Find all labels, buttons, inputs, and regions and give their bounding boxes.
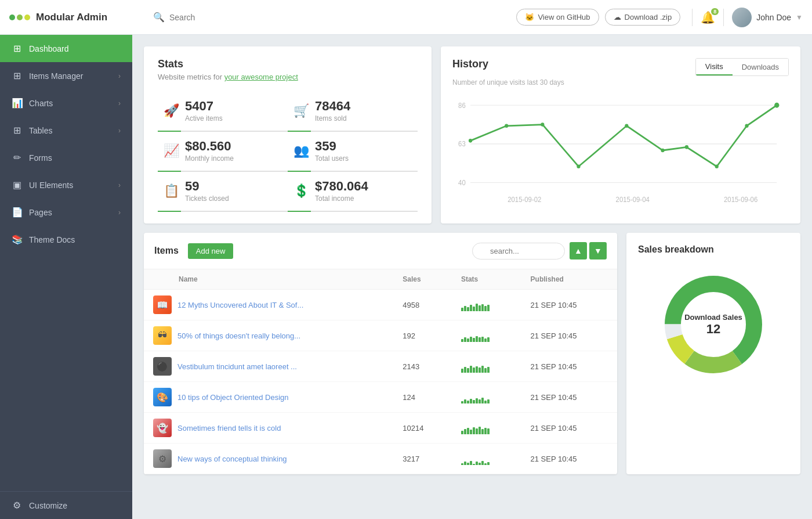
sidebar-item-theme-docs[interactable]: 📚 Theme Docs — [0, 226, 132, 253]
sort-buttons: ▲ ▼ — [570, 242, 607, 260]
table-head: Name Sales Stats Published — [144, 269, 617, 290]
mini-bar — [461, 401, 463, 403]
mini-bar — [478, 305, 481, 311]
total-users-label: Total users — [315, 154, 349, 163]
mini-bar — [467, 338, 469, 342]
ui-elements-icon: ▣ — [12, 179, 22, 190]
sort-down-button[interactable]: ▼ — [589, 242, 607, 260]
tab-downloads[interactable]: Downloads — [733, 59, 788, 75]
sidebar-item-dashboard[interactable]: ⊞ Dashboard — [0, 35, 132, 62]
sidebar-label-ui-elements: UI Elements — [29, 181, 111, 190]
item-link[interactable]: 12 Myths Uncovered About IT & Sof... — [177, 301, 303, 309]
cell-name: ⚫ Vestibulum tincidunt amet laoreet ... — [144, 351, 393, 382]
cell-published: 21 SEP 10:45 — [521, 444, 617, 474]
chart-area: 86 63 40 — [452, 92, 789, 208]
sidebar-label-pages: Pages — [29, 208, 111, 217]
mini-bar — [481, 461, 484, 465]
items-sold-label: Items sold — [315, 114, 350, 122]
sidebar-item-charts[interactable]: 📊 Charts › — [0, 89, 132, 117]
total-income-label: Total income — [315, 194, 368, 203]
mini-bar — [473, 338, 475, 342]
mini-bar — [476, 398, 478, 403]
mini-bar — [478, 463, 481, 465]
items-manager-icon: ⊞ — [12, 70, 22, 81]
mini-bar — [461, 339, 463, 342]
github-button[interactable]: 🐱 View on GitHub — [516, 9, 599, 26]
cell-published: 21 SEP 10:45 — [521, 290, 617, 320]
top-row: Stats Website metrics for your awesome p… — [144, 46, 800, 224]
sidebar-item-ui-elements[interactable]: ▣ UI Elements › — [0, 171, 132, 199]
svg-point-7 — [505, 124, 508, 128]
download-icon: ☁ — [614, 13, 621, 21]
items-header: Items Add new ▲ ▼ — [144, 233, 617, 269]
item-link[interactable]: 50% of things doesn't really belong... — [177, 331, 300, 340]
sidebar-item-items-manager[interactable]: ⊞ Items Manager › — [0, 62, 132, 89]
cell-sales: 192 — [393, 320, 452, 351]
stat-active-items: 🚀 5407 Active items — [158, 92, 288, 132]
sidebar-item-tables[interactable]: ⊞ Tables › — [0, 117, 132, 144]
cell-published: 21 SEP 10:45 — [521, 413, 617, 444]
stats-subtitle-link[interactable]: your awesome project — [224, 73, 298, 81]
cell-stats — [452, 351, 521, 382]
sidebar-label-customize: Customize — [29, 501, 121, 510]
sidebar-label-forms: Forms — [29, 153, 121, 163]
svg-text:2015-09-06: 2015-09-06 — [724, 196, 758, 204]
cell-name: 🎨 10 tips of Object Oriented Design — [144, 382, 393, 413]
user-area[interactable]: John Doe ▼ — [732, 8, 803, 27]
item-thumbnail: ⚙ — [153, 449, 172, 468]
svg-point-15 — [774, 103, 779, 108]
col-stats: Stats — [452, 269, 521, 290]
theme-docs-icon: 📚 — [12, 234, 22, 245]
sidebar-bottom: ⚙ Customize — [0, 491, 132, 519]
sidebar: ⊞ Dashboard ⊞ Items Manager › 📊 Charts ›… — [0, 35, 132, 519]
add-new-button[interactable]: Add new — [188, 243, 234, 259]
items-card: Items Add new ▲ ▼ — [144, 233, 617, 474]
sidebar-label-dashboard: Dashboard — [29, 44, 121, 53]
svg-point-6 — [469, 139, 472, 143]
mini-bar — [481, 366, 484, 373]
svg-text:2015-09-04: 2015-09-04 — [616, 196, 650, 204]
sidebar-item-forms[interactable]: ✏ Forms — [0, 144, 132, 171]
table-row: 👻 Sometimes friend tells it is cold 1021… — [144, 413, 617, 444]
tickets-closed-label: Tickets closed — [185, 194, 229, 203]
item-link[interactable]: Sometimes friend tells it is cold — [177, 424, 281, 432]
stat-total-users: 👥 359 Total users — [288, 132, 418, 172]
sidebar-item-customize[interactable]: ⚙ Customize — [0, 491, 132, 519]
cell-stats — [452, 320, 521, 351]
sales-breakdown-title: Sales breakdown — [638, 244, 789, 255]
mini-bars — [461, 452, 512, 465]
download-button[interactable]: ☁ Download .zip — [605, 9, 681, 26]
mini-bar — [487, 399, 490, 403]
divider — [692, 9, 693, 26]
cell-sales: 10214 — [393, 413, 452, 444]
nav-right: 🔔 8 John Doe ▼ — [692, 8, 803, 27]
svg-point-14 — [745, 124, 748, 128]
rocket-icon: 🚀 — [164, 103, 179, 118]
mini-bar — [473, 464, 475, 465]
history-subtitle: Number of unique visits last 30 days — [452, 78, 789, 86]
stat-tickets-closed: 📋 59 Tickets closed — [158, 172, 288, 212]
table-header-row: Name Sales Stats Published — [144, 269, 617, 290]
mini-bar — [461, 308, 463, 311]
cell-name: 📖 12 Myths Uncovered About IT & Sof... — [144, 290, 393, 320]
item-link[interactable]: New ways of conceptual thinking — [177, 455, 287, 463]
users-icon: 👥 — [293, 143, 309, 158]
mini-bar — [484, 338, 487, 342]
bell-area[interactable]: 🔔 8 — [701, 10, 715, 24]
mini-bar — [476, 462, 478, 465]
col-name: Name — [144, 269, 393, 290]
tab-visits[interactable]: Visits — [696, 59, 733, 75]
search-input[interactable] — [169, 13, 285, 22]
mini-bar — [464, 429, 466, 434]
sort-up-button[interactable]: ▲ — [570, 242, 587, 260]
sidebar-item-pages[interactable]: 📄 Pages › — [0, 199, 132, 226]
arrow-icon-ui: › — [118, 181, 121, 189]
stats-subtitle-text: Website metrics for — [158, 73, 222, 81]
mini-bar — [476, 304, 478, 311]
mini-bar — [484, 306, 487, 311]
item-link[interactable]: Vestibulum tincidunt amet laoreet ... — [177, 362, 297, 371]
items-search-input[interactable] — [472, 243, 565, 260]
item-link[interactable]: 10 tips of Object Oriented Design — [177, 393, 289, 402]
svg-text:2015-09-02: 2015-09-02 — [507, 196, 541, 204]
item-thumbnail: 🕶 — [153, 326, 172, 345]
